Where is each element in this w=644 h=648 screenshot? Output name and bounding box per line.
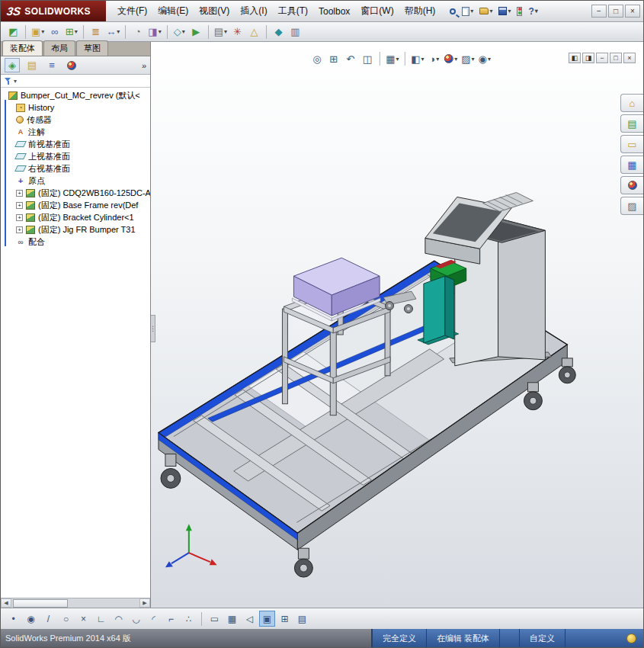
quick-tips-icon[interactable] [626,634,636,643]
displaymanager-tab[interactable] [64,58,79,72]
sketch-point-icon[interactable]: • [5,611,21,627]
close-button[interactable]: × [625,5,640,18]
assembly-features-icon[interactable]: ◨ [146,24,162,40]
view-palette-tab[interactable]: ▦ [620,156,643,174]
expand-icon[interactable]: + [16,214,23,221]
minimize-button[interactable]: − [591,5,607,18]
centerpoint-arc-icon[interactable]: ◠ [111,611,127,627]
tree-item-front-plane[interactable]: 前视基准面 [1,138,150,150]
propertymanager-tab[interactable]: ▤ [24,58,40,72]
tree-item-history[interactable]: History [1,101,150,114]
appearances-scenes-tab[interactable] [620,176,643,194]
tree-item-annotations[interactable]: 注解 [1,126,150,138]
tree-item-top-plane[interactable]: 上视基准面 [1,150,150,162]
tree-item-sensors[interactable]: 传感器 [1,114,150,126]
large-assembly-mode-icon[interactable]: ▥ [287,24,303,40]
menu-edit[interactable]: 编辑(E) [152,2,194,20]
tree-item-component-base-frame[interactable]: + (固定) Base Frame rev(Def [1,199,150,211]
design-library-tab[interactable]: ▤ [620,114,643,133]
search-icon[interactable] [448,7,457,16]
pane-right-button[interactable]: ◨ [582,53,594,63]
graphics-viewport[interactable]: ◎ ⊞ ↶ ◫ ▦ ◧ ◑ ▨ ◉ ◧ ◨ − □ × [151,42,643,608]
linear-component-pattern-icon[interactable]: ⊞ [63,24,79,40]
show-hidden-components-icon[interactable]: ◔ [130,24,146,40]
bill-of-materials-icon[interactable]: ▤ [213,24,229,40]
tab-layout[interactable]: 布局 [43,40,75,56]
tree-item-mates[interactable]: 配合 [1,236,150,248]
grid-system-icon[interactable]: ▦ [224,611,240,627]
edit-appearance-icon[interactable] [444,51,459,66]
reference-geometry-icon[interactable]: ◇ [171,24,187,40]
shaded-sketch-contours-icon[interactable]: ▣ [259,611,275,627]
insert-components-icon[interactable]: ▣ [30,24,46,40]
menu-toolbox[interactable]: Toolbox [313,4,355,19]
rebuild-status-button[interactable] [515,5,524,18]
previous-view-icon[interactable]: ↶ [343,51,358,66]
mate-icon[interactable]: ∞ [46,24,62,40]
status-custom-button[interactable]: 自定义 [519,629,565,647]
smart-fasteners-icon[interactable]: ≣ [88,24,104,40]
three-point-arc-icon[interactable]: ◜ [146,611,162,627]
view-orientation-icon[interactable]: ▦ [385,51,400,66]
custom-properties-tab[interactable]: ▨ [620,197,643,215]
tab-assembly[interactable]: 装配体 [2,40,43,56]
section-view-icon[interactable]: ◫ [360,51,375,66]
tree-item-right-plane[interactable]: 右视基准面 [1,162,150,175]
sketch-chamfer-icon[interactable]: ⌐ [163,611,179,627]
line-tool-icon[interactable]: / [40,611,56,627]
new-motion-study-icon[interactable]: ▶ [188,24,204,40]
move-component-icon[interactable]: ↔ [104,24,121,40]
restore-document-button[interactable]: □ [610,53,622,63]
menu-help[interactable]: 帮助(H) [399,2,441,20]
model-3d-view[interactable] [151,42,643,608]
trim-entities-icon[interactable]: × [75,611,91,627]
file-explorer-tab[interactable]: ▭ [620,135,643,153]
menu-view[interactable]: 视图(V) [194,2,235,20]
minimize-document-button[interactable]: − [596,53,608,63]
new-document-button[interactable] [460,5,475,18]
section-display-icon[interactable]: ▤ [294,611,310,627]
close-document-button[interactable]: × [623,53,636,63]
linear-sketch-pattern-icon[interactable]: ∴ [181,611,197,627]
view-settings-icon[interactable]: ◉ [477,51,492,66]
expand-panel-chevron[interactable]: » [142,61,146,70]
zoom-to-fit-icon[interactable]: ◎ [309,51,325,66]
scroll-thumb[interactable] [13,599,68,608]
expand-icon[interactable]: + [16,226,23,233]
save-button[interactable] [497,5,512,17]
panel-splitter-handle[interactable]: ⋮ [151,315,155,342]
featuremanager-tree-tab[interactable]: ◈ [5,58,20,72]
tab-sketch[interactable]: 草图 [76,40,108,56]
tree-item-component-jig[interactable]: + (固定) Jig FR Bumper T31 [1,223,150,236]
instant3d-icon[interactable]: ◆ [271,24,287,40]
tree-item-component-bracket[interactable]: + (固定) Bracket Cylinder<1 [1,211,150,223]
menu-file[interactable]: 文件(F) [112,2,152,20]
scroll-right-arrow[interactable]: ▶ [139,598,150,608]
interference-detection-icon[interactable]: △ [246,24,262,40]
edit-component-icon[interactable]: ◩ [5,24,21,40]
tree-filter-row[interactable]: ▾ [1,75,150,88]
tree-item-origin[interactable]: 原点 [1,175,150,187]
exploded-view-icon[interactable]: ✳ [229,24,245,40]
apply-scene-icon[interactable]: ▨ [460,51,476,66]
mirror-entities-icon[interactable]: ◁ [242,611,258,627]
tree-item-component-cylinder[interactable]: + (固定) CDQ2WB160-125DC-A7 [1,187,150,199]
help-button[interactable]: ? [527,5,539,18]
tree-item-root[interactable]: Bumper_Cut_MC_revrev (默认< [1,89,150,101]
menu-window[interactable]: 窗口(W) [355,2,399,20]
tangent-arc-icon[interactable]: ◡ [128,611,144,627]
convert-entities-icon[interactable]: ⊞ [277,611,293,627]
corner-rectangle-icon[interactable]: ▭ [207,611,223,627]
perpendicular-relation-icon[interactable]: ∟ [93,611,109,627]
open-button[interactable] [478,6,494,16]
maximize-button[interactable]: □ [608,5,623,18]
menu-tools[interactable]: 工具(T) [273,2,313,20]
smart-dimension-icon[interactable]: ◉ [23,611,39,627]
hide-show-items-icon[interactable]: ◑ [427,51,442,66]
teal-bracket[interactable] [418,276,459,345]
display-style-icon[interactable]: ◧ [410,51,425,66]
caster-wheel-front[interactable] [294,548,312,577]
menu-insert[interactable]: 插入(I) [235,2,272,20]
expand-icon[interactable]: + [16,202,23,209]
pane-left-button[interactable]: ◧ [569,53,581,63]
